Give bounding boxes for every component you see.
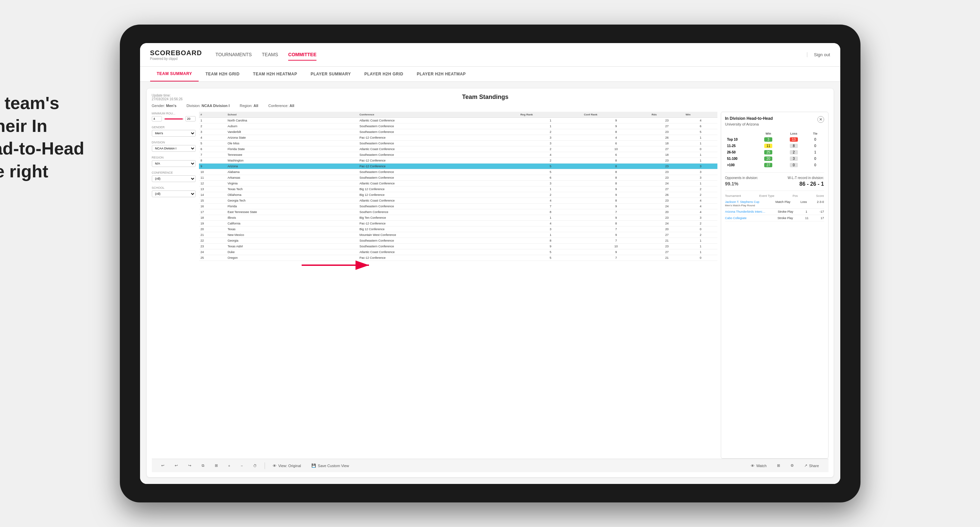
cell-win: 2 (684, 186, 718, 192)
device-frame: 5. Click on a team's row to see their In… (120, 25, 861, 502)
pos-col-label: Pos (792, 194, 798, 198)
layout-btn[interactable]: ⊞ (774, 462, 783, 469)
sign-out-button[interactable]: Sign out (807, 52, 830, 57)
col-conference: Conference (358, 112, 519, 118)
conference-label: Conference (152, 171, 196, 174)
table-row[interactable]: 15 Georgia Tech Atlantic Coast Conferenc… (199, 198, 718, 203)
sub-nav-team-h2h-heatmap[interactable]: TEAM H2H HEATMAP (247, 67, 304, 81)
cell-win: 1 (684, 238, 718, 244)
cell-reg-rank: 3 (519, 135, 582, 141)
cell-conference: Southeastern Conference (358, 169, 519, 175)
nav-committee[interactable]: COMMITTEE (288, 49, 317, 60)
minus-btn[interactable]: − (238, 462, 245, 469)
cell-reg-rank: 5 (519, 163, 582, 169)
table-row[interactable]: 22 Georgia Southeastern Conference 8 7 2… (199, 238, 718, 244)
h2h-panel: In Division Head-to-Head University of A… (721, 112, 829, 459)
plus-btn[interactable]: + (226, 462, 233, 469)
table-row[interactable]: 5 Ole Miss Southeastern Conference 3 6 1… (199, 141, 718, 146)
min-rounds-label: Minimum Rou... (152, 112, 196, 115)
grid-btn[interactable]: ⊞ (212, 462, 221, 469)
score-col-label: Score (816, 194, 824, 198)
cell-reg-rank: 3 (519, 227, 582, 232)
table-row[interactable]: 21 New Mexico Mountain West Conference 1… (199, 232, 718, 238)
sub-nav-player-h2h-grid[interactable]: PLAYER H2H GRID (358, 67, 410, 81)
cell-conf-rank: 8 (582, 158, 650, 163)
cell-school: Virginia (226, 181, 358, 186)
sub-nav-team-h2h-grid[interactable]: TEAM H2H GRID (199, 67, 246, 81)
sub-nav-player-h2h-heatmap[interactable]: PLAYER H2H HEATMAP (410, 67, 473, 81)
settings-btn[interactable]: ⚙ (788, 462, 797, 469)
table-row[interactable]: 7 Tennessee Southeastern Conference 4 6 … (199, 152, 718, 158)
school-select[interactable]: (All) (152, 190, 196, 197)
cell-num: 2 (199, 124, 226, 129)
tournament-col-label: Tournament (725, 194, 741, 198)
cell-num: 14 (199, 192, 226, 198)
clock-btn[interactable]: ⏱ (250, 462, 259, 469)
sub-nav-player-summary[interactable]: PLAYER SUMMARY (304, 67, 358, 81)
cell-conf-rank: 8 (582, 129, 650, 135)
record-label: W-L-T record in division: (788, 176, 824, 180)
division-select[interactable]: NCAA Division I (152, 145, 196, 152)
table-row[interactable]: 9 Arizona Pac-12 Conference 5 8 23 3 (199, 163, 718, 169)
tournament-1-name[interactable]: Jackson T. Stephens CupMen's Match-Play … (725, 200, 765, 207)
redo-left-btn[interactable]: ↩ (172, 462, 180, 469)
table-row[interactable]: 14 Oklahoma Big 12 Conference 2 9 26 2 (199, 192, 718, 198)
table-row[interactable]: 3 Vanderbilt Southeastern Conference 2 8… (199, 129, 718, 135)
table-row[interactable]: 17 East Tennessee State Southern Confere… (199, 210, 718, 215)
cell-rds: 20 (650, 210, 684, 215)
tournament-3-name[interactable]: Cabo Collegiate (725, 216, 765, 220)
share-btn[interactable]: ↗ Share (802, 462, 821, 469)
table-row[interactable]: 23 Texas A&M Southeastern Conference 9 1… (199, 244, 718, 249)
undo-btn[interactable]: ↩ (159, 462, 167, 469)
table-row[interactable]: 10 Alabama Southeastern Conference 5 8 2… (199, 169, 718, 175)
table-row[interactable]: 2 Auburn Southeastern Conference 1 9 27 … (199, 124, 718, 129)
table-row[interactable]: 25 Oregon Pac-12 Conference 5 7 21 0 (199, 255, 718, 261)
redo-right-btn[interactable]: ↪ (186, 462, 194, 469)
col-num: # (199, 112, 226, 118)
table-row[interactable]: 19 California Pac-12 Conference 4 8 24 2 (199, 221, 718, 227)
save-custom-btn[interactable]: 💾 Save Custom View (309, 462, 352, 469)
nav-tournaments[interactable]: TOURNAMENTS (215, 49, 252, 60)
cell-conf-rank: 8 (582, 181, 650, 186)
min-rounds-max-input[interactable] (186, 116, 196, 122)
view-original-btn[interactable]: 👁 View: Original (270, 462, 304, 469)
tournament-1-pos: Loss (800, 200, 807, 207)
gender-select[interactable]: Men's (152, 130, 196, 137)
table-row[interactable]: 18 Illinois Big Ten Conference 1 9 23 3 (199, 215, 718, 221)
copy-btn[interactable]: ⧉ (199, 462, 207, 469)
cell-conference: Pac-12 Conference (358, 221, 519, 227)
watch-btn[interactable]: 👁 Watch (748, 462, 769, 469)
table-row[interactable]: 1 North Carolina Atlantic Coast Conferen… (199, 118, 718, 124)
table-row[interactable]: 24 Duke Atlantic Coast Conference 5 9 27… (199, 249, 718, 255)
cell-reg-rank: 8 (519, 238, 582, 244)
table-row[interactable]: 13 Texas Tech Big 12 Conference 1 9 27 2 (199, 186, 718, 192)
nav-teams[interactable]: TEAMS (262, 49, 278, 60)
table-row[interactable]: 8 Washington Pac-12 Conference 2 8 23 1 (199, 158, 718, 163)
table-row[interactable]: 16 Florida Southeastern Conference 7 9 2… (199, 203, 718, 210)
save-label: Save Custom View (318, 464, 349, 468)
conference-filter-display: Conference: All (268, 104, 294, 108)
sub-nav-team-summary[interactable]: TEAM SUMMARY (150, 67, 199, 81)
opponents-pct: 99.1% (725, 181, 739, 187)
cell-win: 1 (684, 244, 718, 249)
cell-conf-rank: 7 (582, 238, 650, 244)
cell-rds: 18 (650, 152, 684, 158)
h2h-close-button[interactable]: ✕ (818, 116, 824, 123)
cell-conference: Pac-12 Conference (358, 163, 519, 169)
cell-win: 1 (684, 135, 718, 141)
table-row[interactable]: 20 Texas Big 12 Conference 3 7 20 0 (199, 227, 718, 232)
cell-win: 0 (684, 227, 718, 232)
table-row[interactable]: 4 Arizona State Pac-12 Conference 3 4 26… (199, 135, 718, 141)
h2h-title: In Division Head-to-Head (725, 116, 773, 121)
instruction-text: 5. Click on a team's row to see their In… (0, 92, 93, 183)
table-row[interactable]: 6 Florida State Atlantic Coast Conferenc… (199, 146, 718, 152)
conference-select[interactable]: (All) (152, 175, 196, 182)
table-row[interactable]: 11 Arkansas Southeastern Conference 6 8 … (199, 175, 718, 181)
region-select[interactable]: N/A (152, 160, 196, 167)
table-row[interactable]: 12 Virginia Atlantic Coast Conference 3 … (199, 181, 718, 186)
min-rounds-min-input[interactable] (152, 116, 162, 122)
cell-reg-rank: 1 (519, 124, 582, 129)
tournament-2-name[interactable]: Arizona Thunderbirds Intercollegiate (725, 210, 765, 213)
cell-conference: Atlantic Coast Conference (358, 249, 519, 255)
cell-conf-rank: 9 (582, 192, 650, 198)
